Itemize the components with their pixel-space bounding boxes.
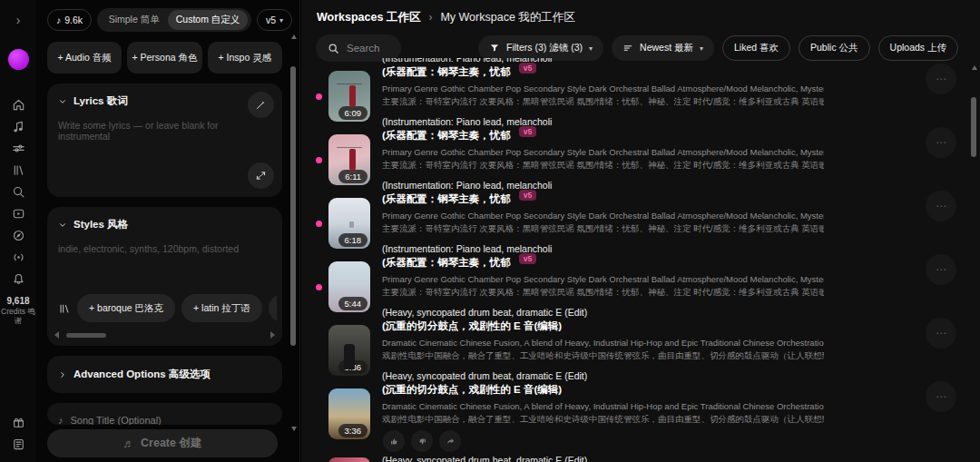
song-actions — [316, 430, 956, 454]
more-options-button[interactable]: ⋯ — [926, 191, 956, 221]
public-filter-button[interactable]: Public 公共 — [799, 35, 870, 61]
song-title-cn: (沉重的切分鼓点，戏剧性的 E 音(编辑) — [382, 382, 562, 397]
workspace-content: Workspaces 工作区 › My Workspace 我的工作区 Filt… — [301, 0, 980, 462]
styles-input[interactable]: indie, electronic, synths, 120bpm, disto… — [58, 243, 271, 254]
song-thumbnail[interactable]: 6:18 — [328, 198, 370, 249]
song-row[interactable]: 6:11 (Instrumentation: Piano lead, melan… — [316, 111, 956, 174]
scroll-down-arrow[interactable] — [291, 427, 297, 431]
search-icon[interactable] — [7, 181, 29, 202]
styles-card: Styles 风格 indie, electronic, synths, 120… — [47, 207, 282, 346]
more-options-button[interactable]: ⋯ — [926, 318, 956, 349]
breadcrumb-separator: › — [428, 11, 432, 24]
song-desc-en: Primary Genre Gothic Chamber Pop Seconda… — [382, 273, 824, 285]
style-chip-baroque[interactable]: + baroque 巴洛克 — [77, 294, 175, 322]
song-row[interactable]: 6:18 (Instrumentation: Piano lead, melan… — [316, 174, 956, 238]
song-title-en: (Instrumentation: Piano lead, melancholi — [382, 179, 824, 192]
create-music-icon[interactable] — [7, 115, 29, 137]
song-title-cn: (沉重的切分鼓点，戏剧性的 E 音(编辑) — [382, 319, 562, 333]
notifications-bell-icon[interactable] — [7, 268, 29, 290]
library-icon[interactable] — [7, 159, 29, 181]
chips-horizontal-scrollbar[interactable] — [54, 331, 275, 339]
song-thumbnail[interactable] — [328, 457, 370, 462]
song-desc-en: Primary Genre Gothic Chamber Pop Seconda… — [382, 210, 824, 221]
duration-badge: 6:09 — [338, 106, 368, 120]
add-row: + Audio 音频 + Persona 角色 + Inspo 灵感 — [47, 42, 282, 74]
create-button[interactable]: ♬ Create 创建 — [47, 429, 278, 457]
sort-button[interactable]: Newest 最新 ▾ — [612, 35, 714, 61]
expand-lyrics-button[interactable] — [248, 162, 274, 189]
playlist-icon[interactable] — [7, 202, 29, 224]
uploads-filter-button[interactable]: Uploads 上传 — [878, 35, 958, 61]
style-chip-latin[interactable]: + latin 拉丁语 — [181, 294, 262, 322]
song-thumbnail[interactable]: 6:11 — [328, 134, 370, 185]
filters-label: Filters (3) 滤镜 (3) — [506, 42, 583, 54]
more-options-button[interactable]: ⋯ — [926, 254, 956, 285]
credits-counter[interactable]: 9,618 Credits 鸣谢 — [1, 297, 35, 325]
liked-filter-button[interactable]: Liked 喜欢 — [722, 35, 790, 61]
song-row[interactable]: 3:36 (Heavy, syncopated drum beat, drama… — [316, 365, 956, 428]
styles-section-toggle[interactable]: Styles 风格 — [58, 218, 271, 231]
model-version-dropdown[interactable]: v5 ▾ — [257, 9, 292, 31]
song-text: (Instrumentation: Piano lead, melancholi… — [382, 111, 824, 171]
breadcrumb: Workspaces 工作区 › My Workspace 我的工作区 — [301, 0, 980, 34]
scroll-left-arrow[interactable] — [54, 331, 59, 339]
song-row[interactable]: 5:44 (Instrumentation: Piano lead, melan… — [316, 238, 956, 301]
song-title-input[interactable]: Song Title (Optional) — [71, 415, 162, 425]
uploads-label: Uploads 上传 — [890, 42, 946, 54]
avatar[interactable] — [8, 49, 29, 70]
style-library-icon[interactable] — [58, 302, 71, 315]
version-badge: v5 — [519, 63, 536, 74]
breadcrumb-current[interactable]: My Workspace 我的工作区 — [440, 10, 574, 25]
home-icon[interactable] — [7, 93, 29, 115]
song-row[interactable]: 6:09 (Instrumentation: Piano lead, melan… — [316, 58, 956, 111]
panel-scrollbar[interactable] — [290, 34, 297, 431]
scroll-up-arrow[interactable] — [291, 34, 297, 39]
song-row-partial[interactable]: (Heavy, syncopated drum beat, dramatic E… — [316, 454, 956, 462]
radio-icon[interactable] — [7, 246, 29, 268]
add-audio-button[interactable]: + Audio 音频 — [47, 42, 122, 74]
song-text: (Heavy, syncopated drum beat, dramatic E… — [382, 301, 824, 361]
song-row[interactable]: 3:36 (Heavy, syncopated drum beat, drama… — [316, 301, 956, 365]
share-button[interactable] — [439, 430, 461, 452]
song-text: (Instrumentation: Piano lead, melancholi… — [382, 174, 824, 234]
tab-custom[interactable]: Custom 自定义 — [168, 10, 249, 30]
song-desc-en: Primary Genre Gothic Chamber Pop Seconda… — [382, 146, 824, 158]
tab-simple[interactable]: Simple 简单 — [101, 10, 168, 30]
gift-icon[interactable] — [7, 411, 29, 433]
lyrics-input[interactable]: Write some lyrics — or leave blank for i… — [58, 120, 271, 142]
notes-doc-icon[interactable] — [7, 433, 29, 455]
song-thumbnail[interactable]: 3:36 — [328, 388, 370, 439]
song-desc-en: Primary Genre Gothic Chamber Pop Seconda… — [382, 83, 824, 94]
scrollbar-thumb[interactable] — [290, 66, 296, 346]
generate-lyrics-wand-button[interactable] — [248, 92, 274, 118]
unplayed-dot-col — [316, 238, 328, 290]
advanced-options-toggle[interactable]: Advanced Options 高级选项 — [58, 368, 271, 381]
mixer-icon[interactable] — [7, 137, 29, 159]
filters-button[interactable]: Filters (3) 滤镜 (3) ▾ — [478, 35, 603, 61]
unplayed-dot — [316, 221, 322, 227]
explore-compass-icon[interactable] — [7, 224, 29, 246]
credits-pill[interactable]: ♪ 9.6k — [47, 9, 92, 31]
thumbs-up-button[interactable] — [383, 430, 405, 452]
thumbs-down-button[interactable] — [411, 430, 433, 452]
scrollbar-thumb[interactable] — [66, 333, 106, 338]
song-thumbnail[interactable]: 5:44 — [328, 261, 370, 312]
add-persona-button[interactable]: + Persona 角色 — [127, 42, 201, 74]
song-thumbnail[interactable]: 6:09 — [328, 71, 370, 122]
content-scrollbar[interactable] — [971, 65, 977, 458]
scrollbar-thumb[interactable] — [971, 97, 976, 157]
lyrics-section-toggle[interactable]: Lyrics 歌词 — [58, 94, 271, 108]
expand-sidebar-icon[interactable]: › — [16, 13, 21, 27]
liked-label: Liked 喜欢 — [734, 42, 779, 54]
breadcrumb-workspaces[interactable]: Workspaces 工作区 — [317, 10, 420, 25]
scroll-right-arrow[interactable] — [270, 331, 275, 339]
song-thumbnail[interactable]: 3:36 — [328, 325, 370, 376]
style-chip-truncated[interactable]: + d — [269, 294, 277, 322]
add-inspo-button[interactable]: + Inspo 灵感 — [208, 42, 282, 74]
more-options-button[interactable]: ⋯ — [926, 381, 956, 412]
more-options-button[interactable]: ⋯ — [926, 64, 956, 94]
search-input[interactable] — [347, 43, 389, 54]
unplayed-dot-col — [316, 301, 328, 348]
more-options-button[interactable]: ⋯ — [926, 127, 956, 158]
scroll-up-arrow[interactable] — [972, 65, 977, 70]
